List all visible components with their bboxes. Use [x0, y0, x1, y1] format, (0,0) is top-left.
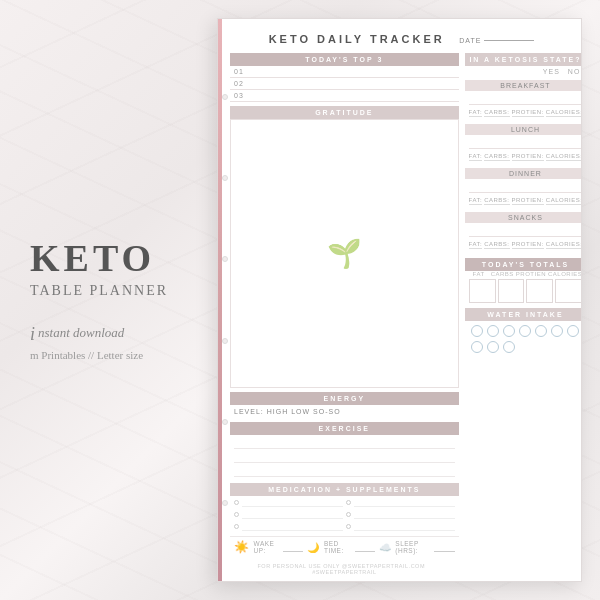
dinner-protein: PROTIEN:	[512, 197, 544, 205]
moon-icon: 🌙	[307, 542, 320, 553]
hole-3	[222, 256, 228, 262]
gratitude-header: GRATITUDE	[230, 106, 459, 119]
water-dot-2[interactable]	[487, 325, 499, 337]
ketosis-yes: YES	[543, 68, 560, 75]
breakfast-carbs: CARBS:	[484, 109, 509, 117]
dinner-calories: CALORIES:	[546, 197, 582, 205]
water-dot-8[interactable]	[471, 341, 483, 353]
exercise-line-1	[234, 437, 455, 449]
exercise-line-3	[234, 465, 455, 477]
breakfast-fat: FAT:	[469, 109, 483, 117]
breakfast-protein: PROTIEN:	[512, 109, 544, 117]
breakfast-calories: CALORIES:	[546, 109, 582, 117]
ketosis-section: IN A KETOSIS STATE? YES NO	[465, 53, 582, 77]
cloud-icon: ☁️	[379, 542, 392, 553]
download-label: instant download	[30, 324, 220, 345]
planner-header: KETO DAILY TRACKER DATE	[230, 29, 573, 47]
left-panel: KETO TABLE PLANNER instant download m Pr…	[0, 0, 220, 600]
med-item-2	[230, 508, 459, 520]
gratitude-area: 🌱	[230, 119, 459, 388]
sleep-row: ☀️ WAKE UP: 🌙 BED TIME: ☁️ SLEEP (HRS):	[230, 536, 459, 557]
energy-header: ENERGY	[230, 392, 459, 405]
energy-section: ENERGY LEVEL: HIGH LOW SO-SO	[230, 392, 459, 418]
water-section: WATER INTAKE	[465, 308, 582, 357]
med-line-3b	[354, 521, 455, 531]
snacks-fat: FAT:	[469, 241, 483, 249]
gratitude-section: GRATITUDE 🌱	[230, 106, 459, 388]
total-protein-field	[526, 279, 553, 303]
med-line-1b	[354, 497, 455, 507]
dinner-header: DINNER	[465, 168, 582, 179]
dinner-section: DINNER FAT: CARBS: PROTIEN: CALORIES:	[465, 168, 582, 207]
water-dot-4[interactable]	[519, 325, 531, 337]
totals-labels: FAT CARBS PROTIEN CALORIES	[465, 271, 582, 277]
totals-section: TODAY'S TOTALS FAT CARBS PROTIEN CALORIE…	[465, 258, 582, 305]
total-carbs-label: CARBS	[491, 271, 514, 277]
print-info: m Printables // Letter size	[30, 349, 220, 361]
water-dot-5[interactable]	[535, 325, 547, 337]
total-calories-label: CALORIES	[548, 271, 582, 277]
top3-item-2: 02	[230, 78, 459, 90]
exercise-header: EXERCISE	[230, 422, 459, 435]
water-dot-1[interactable]	[471, 325, 483, 337]
lunch-protein: PROTIEN:	[512, 153, 544, 161]
med-line-1	[242, 497, 343, 507]
water-header: WATER INTAKE	[465, 308, 582, 321]
water-dot-10[interactable]	[503, 341, 515, 353]
total-protein-label: PROTIEN	[516, 271, 546, 277]
hole-6	[222, 500, 228, 506]
lunch-calories: CALORIES:	[546, 153, 582, 161]
med-bullet-1	[234, 500, 239, 505]
hole-4	[222, 338, 228, 344]
sleep-field[interactable]	[434, 542, 454, 552]
dinner-fat: FAT:	[469, 197, 483, 205]
planner-inner: KETO DAILY TRACKER DATE TODAY'S TOP 3 01…	[222, 19, 581, 581]
energy-level: LEVEL: HIGH LOW SO-SO	[230, 405, 459, 418]
wake-field[interactable]	[283, 542, 303, 552]
date-label: DATE	[459, 37, 481, 44]
dinner-macros: FAT: CARBS: PROTIEN: CALORIES:	[465, 195, 582, 207]
med-bullet-2	[234, 512, 239, 517]
ketosis-options: YES NO	[465, 66, 582, 77]
med-line-3	[242, 521, 343, 531]
water-dot-3[interactable]	[503, 325, 515, 337]
hole-5	[222, 419, 228, 425]
ketosis-header: IN A KETOSIS STATE?	[465, 53, 582, 66]
date-line: DATE	[459, 37, 534, 44]
sleep-label: SLEEP (HRS):	[395, 540, 430, 554]
hole-1	[222, 94, 228, 100]
total-fat-field	[469, 279, 496, 303]
lunch-input	[469, 137, 582, 149]
hole-punches	[222, 19, 228, 581]
snacks-carbs: CARBS:	[484, 241, 509, 249]
med-bullet-3	[234, 524, 239, 529]
total-calories-field	[555, 279, 582, 303]
bed-field[interactable]	[355, 542, 375, 552]
totals-header: TODAY'S TOTALS	[465, 258, 582, 271]
dinner-carbs: CARBS:	[484, 197, 509, 205]
brand-title-keto: KETO	[30, 239, 220, 277]
totals-fields	[465, 277, 582, 305]
snacks-input	[469, 225, 582, 237]
water-dot-6[interactable]	[551, 325, 563, 337]
water-dot-7[interactable]	[567, 325, 579, 337]
date-field[interactable]	[484, 40, 534, 41]
breakfast-header: BREAKFAST	[465, 80, 582, 91]
sun-icon: ☀️	[234, 540, 250, 554]
top3-item-3: 03	[230, 90, 459, 102]
med-bullet-2b	[346, 512, 351, 517]
snacks-section: SNACKS FAT: CARBS: PROTIEN: CALORIES:	[465, 212, 582, 251]
med-item-1	[230, 496, 459, 508]
right-column: IN A KETOSIS STATE? YES NO BREAKFAST FAT…	[465, 53, 582, 575]
medication-section: MEDICATION + SUPPLEMENTS	[230, 483, 459, 532]
lunch-macros: FAT: CARBS: PROTIEN: CALORIES:	[465, 151, 582, 163]
planner-title: KETO DAILY TRACKER	[269, 33, 445, 45]
water-dot-9[interactable]	[487, 341, 499, 353]
med-line-2	[242, 509, 343, 519]
med-bullet-1b	[346, 500, 351, 505]
ketosis-no: NO	[568, 68, 581, 75]
hole-2	[222, 175, 228, 181]
medication-header: MEDICATION + SUPPLEMENTS	[230, 483, 459, 496]
gratitude-icon: 🌱	[327, 237, 362, 270]
main-content: TODAY'S TOP 3 01 02 03 GRATITUDE 🌱 ENERG…	[230, 53, 573, 575]
